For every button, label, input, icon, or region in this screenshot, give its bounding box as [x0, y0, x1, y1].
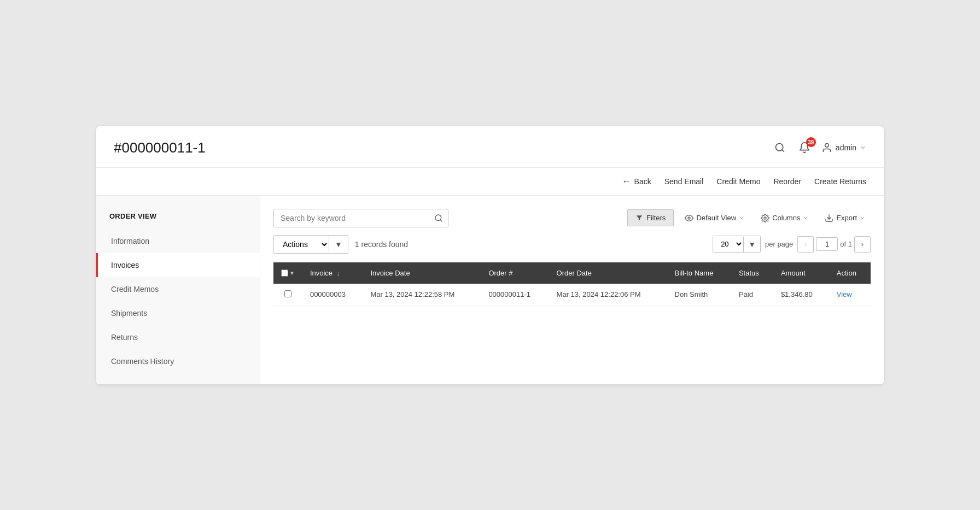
- table-header-row: ▼ Invoice ↓ Invoice Date Order #: [273, 262, 871, 284]
- search-icon: [774, 142, 785, 153]
- admin-label: admin: [836, 143, 856, 152]
- checkbox-dropdown-icon[interactable]: ▼: [289, 270, 295, 276]
- search-input[interactable]: [273, 209, 448, 227]
- sidebar-item-comments-history[interactable]: Comments History: [96, 349, 260, 373]
- sidebar-item-credit-memos[interactable]: Credit Memos: [96, 277, 260, 301]
- svg-point-6: [764, 217, 766, 219]
- chevron-down-icon: [860, 144, 866, 151]
- cell-invoice-0: 000000003: [302, 284, 363, 306]
- svg-line-1: [782, 150, 784, 152]
- cell-action-0: View: [829, 284, 871, 306]
- select-all-checkbox[interactable]: [281, 269, 288, 277]
- create-returns-button[interactable]: Create Returns: [814, 177, 866, 186]
- page-input[interactable]: [816, 237, 838, 251]
- back-arrow-icon: ←: [622, 177, 631, 186]
- columns-button[interactable]: Columns: [755, 210, 814, 226]
- cell-bill-to-name-0: Don Smith: [667, 284, 731, 306]
- col-header-amount[interactable]: Amount: [773, 262, 829, 284]
- actions-dropdown-arrow-icon[interactable]: ▼: [329, 236, 348, 253]
- sidebar-item-shipments[interactable]: Shipments: [96, 301, 260, 325]
- toolbar-row: Filters Default View: [273, 209, 871, 227]
- actions-select-wrap: Actions ▼: [273, 235, 348, 254]
- svg-point-2: [825, 144, 829, 148]
- col-header-order-num[interactable]: Order #: [481, 262, 549, 284]
- action-bar: ← Back Send Email Credit Memo Reorder Cr…: [96, 168, 884, 196]
- credit-memo-button[interactable]: Credit Memo: [716, 177, 760, 186]
- toolbar-right: Filters Default View: [627, 209, 871, 226]
- cell-amount-0: $1,346.80: [773, 284, 829, 306]
- next-page-button[interactable]: ›: [854, 236, 871, 253]
- user-icon: [821, 142, 832, 153]
- row-checkbox-cell: [273, 284, 302, 306]
- pagination: ‹ of 1 ›: [797, 236, 871, 253]
- per-page-arrow-icon: ▼: [743, 237, 760, 252]
- back-button[interactable]: ← Back: [622, 177, 651, 186]
- actions-row: Actions ▼ 1 records found 20 ▼ per page …: [273, 235, 871, 254]
- export-icon: [825, 214, 833, 222]
- cell-order-num-0: 000000011-1: [481, 284, 549, 306]
- main-card: #000000011-1 39 admin: [96, 126, 884, 384]
- cell-invoice-date-0: Mar 13, 2024 12:22:58 PM: [363, 284, 481, 306]
- col-header-order-date[interactable]: Order Date: [549, 262, 667, 284]
- search-container: [273, 209, 448, 227]
- search-submit-icon: [434, 214, 443, 222]
- per-page-select[interactable]: 20: [713, 236, 743, 252]
- content-area: ORDER VIEW Information Invoices Credit M…: [96, 196, 884, 384]
- search-submit-button[interactable]: [429, 209, 448, 227]
- default-view-button[interactable]: Default View: [679, 210, 750, 226]
- view-link-0[interactable]: View: [837, 290, 852, 298]
- per-page-label: per page: [765, 240, 793, 248]
- reorder-button[interactable]: Reorder: [773, 177, 801, 186]
- gear-icon: [761, 214, 769, 222]
- top-header: #000000011-1 39 admin: [96, 126, 884, 168]
- cell-order-date-0: Mar 13, 2024 12:22:06 PM: [549, 284, 667, 306]
- chevron-down-view-icon: [739, 215, 744, 221]
- actions-select[interactable]: Actions: [274, 236, 329, 253]
- chevron-down-columns-icon: [803, 215, 808, 221]
- svg-point-5: [688, 217, 690, 219]
- sidebar-item-information[interactable]: Information: [96, 229, 260, 253]
- col-header-invoice-date[interactable]: Invoice Date: [363, 262, 481, 284]
- table-header-checkbox-col: ▼: [273, 262, 302, 284]
- main-content: Filters Default View: [260, 196, 884, 384]
- col-header-bill-to-name[interactable]: Bill-to Name: [667, 262, 731, 284]
- col-header-action[interactable]: Action: [829, 262, 871, 284]
- chevron-down-export-icon: [860, 215, 865, 221]
- notifications-button[interactable]: 39: [796, 139, 813, 156]
- records-found: 1 records found: [355, 240, 408, 249]
- col-header-invoice[interactable]: Invoice ↓: [302, 262, 363, 284]
- header-actions: 39 admin: [772, 139, 866, 156]
- filters-button[interactable]: Filters: [627, 209, 674, 226]
- table-row: 000000003 Mar 13, 2024 12:22:58 PM 00000…: [273, 284, 871, 306]
- send-email-button[interactable]: Send Email: [664, 177, 704, 186]
- export-button[interactable]: Export: [819, 210, 871, 226]
- per-page-wrap: 20 ▼ per page ‹ of 1 ›: [713, 236, 871, 253]
- sidebar: ORDER VIEW Information Invoices Credit M…: [96, 196, 260, 384]
- notification-badge: 39: [806, 137, 816, 147]
- sort-icon-invoice: ↓: [337, 270, 340, 277]
- sidebar-section-label: ORDER VIEW: [96, 207, 260, 229]
- row-checkbox-0[interactable]: [284, 290, 291, 297]
- cell-status-0: Paid: [731, 284, 773, 306]
- per-page-select-wrap: 20 ▼: [713, 236, 761, 253]
- prev-page-button[interactable]: ‹: [797, 236, 814, 253]
- col-header-status[interactable]: Status: [731, 262, 773, 284]
- invoices-table: ▼ Invoice ↓ Invoice Date Order #: [273, 262, 871, 306]
- eye-icon: [685, 214, 693, 222]
- filter-icon: [635, 214, 643, 222]
- sidebar-item-invoices[interactable]: Invoices: [96, 253, 260, 277]
- sidebar-item-returns[interactable]: Returns: [96, 325, 260, 349]
- page-title: #000000011-1: [114, 139, 206, 156]
- page-of-label: of 1: [840, 240, 852, 248]
- svg-line-4: [440, 220, 442, 221]
- search-icon-button[interactable]: [772, 140, 788, 155]
- admin-user-menu[interactable]: admin: [821, 142, 866, 153]
